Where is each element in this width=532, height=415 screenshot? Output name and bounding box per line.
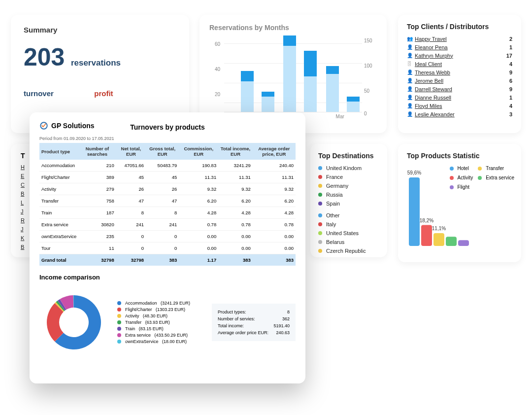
client-value: 4	[509, 103, 512, 109]
dot-icon	[318, 184, 322, 188]
client-name: Darrell Steward	[415, 86, 509, 92]
destination-item[interactable]: United States	[318, 229, 379, 238]
legend-item: Train (83.15 EUR)	[117, 326, 203, 332]
legend-item: Activity	[450, 175, 473, 180]
product-bar	[409, 177, 420, 246]
dot-icon	[117, 314, 121, 318]
profit-label: profit	[94, 89, 113, 98]
summary-label: reservations	[71, 58, 121, 68]
clients-card: Top Clients / Distributors 👥Happy Travel…	[398, 15, 521, 133]
table-header: Net total, EUR	[116, 143, 146, 160]
destination-item[interactable]: Czerch Republic	[318, 246, 379, 255]
table-header: Gross total, EUR	[146, 143, 179, 160]
table-header: Total income, EUR	[218, 143, 253, 160]
client-value: 4	[509, 61, 512, 67]
destination-item[interactable]: Spain	[318, 199, 379, 208]
client-row[interactable]: 👤Eleanor Pena1	[407, 43, 512, 51]
destination-item[interactable]: France	[318, 173, 379, 181]
dot-icon	[117, 301, 121, 305]
reservations-chart: 60 40 20 150 100 50 0 Mar	[209, 35, 377, 119]
chart-bar	[347, 97, 360, 112]
client-name: Ideal Client	[415, 61, 509, 67]
dot-icon	[117, 327, 121, 331]
dot-icon	[318, 202, 322, 206]
products-card: Top Products Statistic 59,6%18,2%11,1% H…	[398, 144, 521, 262]
chart-bar	[304, 51, 317, 112]
dot-icon	[117, 320, 121, 324]
dot-icon	[318, 249, 322, 253]
person-icon: 👤	[407, 111, 415, 117]
client-row[interactable]: 👤Theresa Webb9	[407, 68, 512, 76]
client-row[interactable]: 👤Dianne Russell1	[407, 93, 512, 102]
product-bar	[433, 233, 444, 246]
table-row: Flight/Charter389454511.3111.3111.31	[39, 172, 296, 183]
table-row: Transfer75847476.206.206.20	[39, 195, 296, 207]
table-row: Train187884.284.284.28	[39, 207, 296, 219]
person-icon: 👤	[407, 53, 415, 58]
legend-item: Extra service (433.50.29 EUR)	[117, 332, 203, 339]
client-row[interactable]: 👤Leslie Alexander3	[407, 110, 512, 118]
summary-title: Summary	[24, 26, 176, 34]
client-name: Kathryn Murphy	[415, 53, 506, 59]
destination-item[interactable]: Germany	[318, 181, 379, 190]
table-row: Activity27926269.329.329.32	[39, 183, 296, 195]
destinations-title: Top Destinations	[318, 152, 379, 160]
check-circle-icon	[39, 121, 48, 130]
client-value: 9	[509, 86, 512, 92]
income-stats: Product types:8Number of servies:362Tota…	[212, 304, 296, 341]
income-section-title: Income comparison	[39, 274, 296, 281]
destinations-card: Top Destinations United KindomFranceGerm…	[310, 144, 387, 257]
destination-item[interactable]: Belarus	[318, 238, 379, 246]
client-row[interactable]: 👤Kathryn Murphy17	[407, 51, 512, 60]
dot-icon	[117, 340, 121, 344]
dot-icon	[450, 176, 454, 180]
client-name: Floyd Miles	[415, 103, 509, 109]
client-value: 9	[509, 69, 512, 75]
client-value: 1	[509, 95, 512, 101]
client-name: Jerome Bell	[415, 78, 509, 84]
client-row[interactable]: 👤Floyd Miles4	[407, 102, 512, 110]
legend-item: Transfer	[478, 166, 514, 171]
destination-item[interactable]: Italy	[318, 220, 379, 229]
dot-icon	[450, 167, 454, 171]
destination-item[interactable]: United Kindom	[318, 164, 379, 173]
client-row[interactable]: 🗄Ideal Client4	[407, 60, 512, 68]
dot-icon	[318, 166, 322, 170]
client-name: Leslie Alexander	[415, 111, 509, 117]
legend-item: Extra service	[478, 175, 514, 180]
legend-item: ownExtraService (18.00 EUR)	[117, 339, 203, 345]
person-icon: 👤	[407, 95, 415, 100]
client-row[interactable]: 👥Happy Travel2	[407, 35, 512, 43]
briefcase-icon: 🗄	[407, 61, 415, 67]
legend-item: Flight	[450, 184, 473, 190]
table-header: Product type	[39, 143, 78, 160]
dot-icon	[318, 240, 322, 244]
summary-value: 203	[24, 43, 65, 71]
chart-bar	[241, 71, 254, 112]
products-title: Top Products Statistic	[407, 152, 512, 160]
reservations-title: Reservations by Months	[209, 24, 377, 32]
table-row: Tour11000.000.000.00	[39, 242, 296, 254]
legend-item: Accommodation (3241.29 EUR)	[117, 300, 203, 307]
turnover-label: turnover	[24, 89, 54, 98]
legend-item: Activity (48.30 EUR)	[117, 313, 203, 319]
client-row[interactable]: 👤Jerome Bell6	[407, 76, 512, 85]
client-value: 2	[509, 36, 512, 42]
destination-item[interactable]: Other	[318, 211, 379, 220]
client-name: Eleanor Pena	[415, 44, 509, 50]
clients-title: Top Clients / Distributors	[407, 23, 512, 31]
client-name: Happy Travel	[415, 36, 509, 42]
product-bar	[421, 225, 432, 246]
person-icon: 👤	[407, 103, 415, 108]
client-value: 6	[509, 78, 512, 84]
chart-bar	[283, 35, 296, 112]
table-header: Average order price, EUR	[253, 143, 296, 160]
legend-item: Flight/Charter (1303.23 EUR)	[117, 307, 203, 313]
table-row: ownExtraService235000.000.000.00	[39, 231, 296, 242]
destination-item[interactable]: Russia	[318, 190, 379, 199]
stat-row: Average order price EUR:240.63	[218, 329, 290, 336]
income-legend: Accommodation (3241.29 EUR)Flight/Charte…	[117, 300, 203, 345]
product-bar	[446, 237, 457, 246]
client-row[interactable]: 👤Darrell Steward9	[407, 85, 512, 93]
chart-bar	[326, 66, 339, 112]
